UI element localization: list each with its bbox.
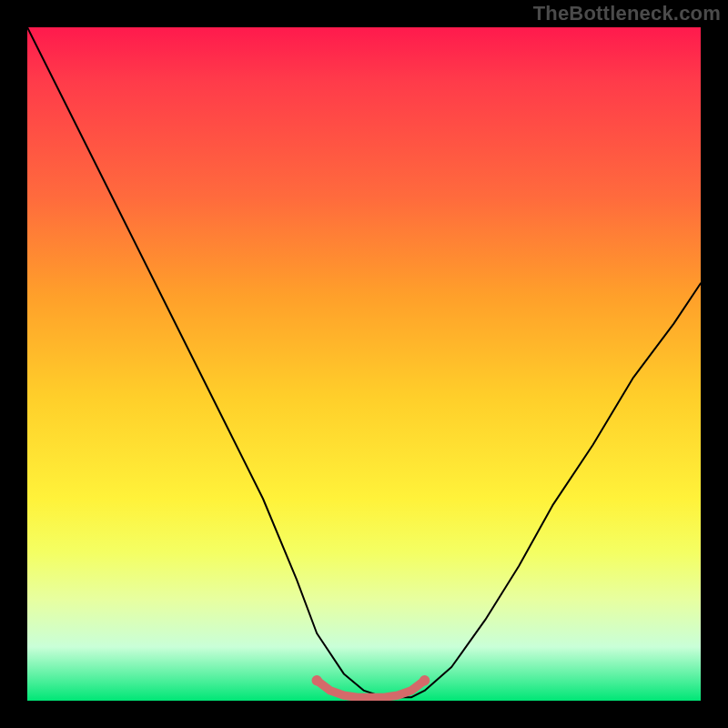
chart-overlay-svg: [27, 27, 701, 701]
series-optimal-zone-marker: [317, 681, 424, 698]
series-group: [27, 27, 701, 697]
watermark-text: TheBottleneck.com: [533, 2, 721, 25]
chart-root: TheBottleneck.com: [0, 0, 728, 728]
series-marker-endcap: [312, 675, 322, 685]
series-bottleneck-curve: [27, 27, 701, 697]
series-marker-endcap: [420, 675, 430, 685]
